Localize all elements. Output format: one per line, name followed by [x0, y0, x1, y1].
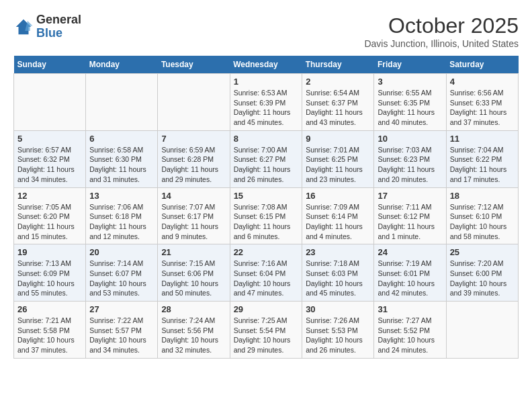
- day-number: 12: [17, 191, 82, 201]
- calendar-cell: 31Sunrise: 7:27 AM Sunset: 5:52 PM Dayli…: [374, 302, 446, 359]
- day-number: 15: [234, 191, 299, 201]
- day-number: 30: [306, 304, 370, 314]
- day-info: Sunrise: 7:14 AM Sunset: 6:07 PM Dayligh…: [89, 259, 154, 298]
- day-number: 1: [234, 77, 299, 87]
- calendar-cell: [86, 74, 158, 131]
- calendar-cell: 29Sunrise: 7:25 AM Sunset: 5:54 PM Dayli…: [230, 302, 302, 359]
- day-info: Sunrise: 7:09 AM Sunset: 6:14 PM Dayligh…: [306, 202, 370, 242]
- day-info: Sunrise: 7:13 AM Sunset: 6:09 PM Dayligh…: [17, 259, 82, 298]
- calendar-cell: 19Sunrise: 7:13 AM Sunset: 6:09 PM Dayli…: [14, 244, 86, 302]
- day-info: Sunrise: 6:55 AM Sunset: 6:35 PM Dayligh…: [378, 88, 442, 128]
- day-info: Sunrise: 7:00 AM Sunset: 6:27 PM Dayligh…: [234, 145, 299, 185]
- day-number: 4: [450, 77, 515, 87]
- day-number: 29: [234, 304, 299, 314]
- day-info: Sunrise: 6:56 AM Sunset: 6:33 PM Dayligh…: [450, 88, 515, 128]
- day-info: Sunrise: 7:25 AM Sunset: 5:54 PM Dayligh…: [234, 316, 299, 355]
- calendar-week-row: 19Sunrise: 7:13 AM Sunset: 6:09 PM Dayli…: [14, 244, 519, 302]
- calendar-cell: 2Sunrise: 6:54 AM Sunset: 6:37 PM Daylig…: [302, 74, 374, 131]
- day-info: Sunrise: 7:01 AM Sunset: 6:25 PM Dayligh…: [306, 145, 370, 185]
- day-info: Sunrise: 7:19 AM Sunset: 6:01 PM Dayligh…: [378, 259, 442, 298]
- day-number: 19: [17, 247, 82, 257]
- day-info: Sunrise: 7:20 AM Sunset: 6:00 PM Dayligh…: [450, 259, 515, 298]
- day-number: 23: [306, 247, 370, 257]
- weekday-header-row: SundayMondayTuesdayWednesdayThursdayFrid…: [14, 56, 519, 74]
- calendar-cell: [446, 302, 518, 359]
- day-info: Sunrise: 7:11 AM Sunset: 6:12 PM Dayligh…: [378, 202, 442, 242]
- day-number: 7: [161, 134, 226, 144]
- logo-icon: [13, 17, 34, 37]
- calendar-body: 1Sunrise: 6:53 AM Sunset: 6:39 PM Daylig…: [14, 74, 519, 359]
- calendar-cell: 16Sunrise: 7:09 AM Sunset: 6:14 PM Dayli…: [302, 187, 374, 244]
- day-number: 27: [89, 304, 154, 314]
- day-number: 17: [378, 191, 442, 201]
- day-info: Sunrise: 7:27 AM Sunset: 5:52 PM Dayligh…: [378, 316, 442, 355]
- weekday-header-cell: Thursday: [302, 56, 374, 74]
- calendar-cell: 13Sunrise: 7:06 AM Sunset: 6:18 PM Dayli…: [86, 187, 158, 244]
- day-info: Sunrise: 7:03 AM Sunset: 6:23 PM Dayligh…: [378, 145, 442, 185]
- day-info: Sunrise: 7:07 AM Sunset: 6:17 PM Dayligh…: [161, 202, 226, 242]
- calendar-cell: 4Sunrise: 6:56 AM Sunset: 6:33 PM Daylig…: [446, 74, 518, 131]
- calendar-cell: 17Sunrise: 7:11 AM Sunset: 6:12 PM Dayli…: [374, 187, 446, 244]
- calendar-cell: 26Sunrise: 7:21 AM Sunset: 5:58 PM Dayli…: [14, 302, 86, 359]
- day-info: Sunrise: 7:18 AM Sunset: 6:03 PM Dayligh…: [306, 259, 370, 298]
- day-number: 5: [17, 134, 82, 144]
- day-info: Sunrise: 7:05 AM Sunset: 6:20 PM Dayligh…: [17, 202, 82, 242]
- calendar-week-row: 5Sunrise: 6:57 AM Sunset: 6:32 PM Daylig…: [14, 130, 519, 187]
- day-number: 16: [306, 191, 370, 201]
- day-info: Sunrise: 7:08 AM Sunset: 6:15 PM Dayligh…: [234, 202, 299, 242]
- calendar-cell: 23Sunrise: 7:18 AM Sunset: 6:03 PM Dayli…: [302, 244, 374, 302]
- month-title: October 2025: [364, 13, 519, 38]
- calendar-week-row: 1Sunrise: 6:53 AM Sunset: 6:39 PM Daylig…: [14, 74, 519, 131]
- weekday-header-cell: Tuesday: [158, 56, 230, 74]
- weekday-header-cell: Saturday: [446, 56, 518, 74]
- day-info: Sunrise: 7:04 AM Sunset: 6:22 PM Dayligh…: [450, 145, 515, 185]
- calendar-cell: 11Sunrise: 7:04 AM Sunset: 6:22 PM Dayli…: [446, 130, 518, 187]
- day-number: 20: [89, 247, 154, 257]
- day-number: 9: [306, 134, 370, 144]
- calendar-cell: [14, 74, 86, 131]
- day-number: 8: [234, 134, 299, 144]
- weekday-header-cell: Monday: [86, 56, 158, 74]
- day-info: Sunrise: 7:12 AM Sunset: 6:10 PM Dayligh…: [450, 202, 515, 242]
- calendar-cell: 24Sunrise: 7:19 AM Sunset: 6:01 PM Dayli…: [374, 244, 446, 302]
- logo-general: General: [36, 13, 81, 26]
- day-number: 28: [161, 304, 226, 314]
- calendar-cell: 28Sunrise: 7:24 AM Sunset: 5:56 PM Dayli…: [158, 302, 230, 359]
- calendar-table: SundayMondayTuesdayWednesdayThursdayFrid…: [13, 56, 519, 359]
- day-info: Sunrise: 7:15 AM Sunset: 6:06 PM Dayligh…: [161, 259, 226, 298]
- logo: General Blue: [13, 13, 81, 40]
- calendar-cell: [158, 74, 230, 131]
- location: Davis Junction, Illinois, United States: [364, 38, 519, 49]
- calendar-cell: 14Sunrise: 7:07 AM Sunset: 6:17 PM Dayli…: [158, 187, 230, 244]
- day-number: 6: [89, 134, 154, 144]
- logo-text: General Blue: [36, 13, 81, 40]
- calendar-cell: 1Sunrise: 6:53 AM Sunset: 6:39 PM Daylig…: [230, 74, 302, 131]
- day-info: Sunrise: 6:57 AM Sunset: 6:32 PM Dayligh…: [17, 145, 82, 185]
- calendar-cell: 6Sunrise: 6:58 AM Sunset: 6:30 PM Daylig…: [86, 130, 158, 187]
- calendar-cell: 12Sunrise: 7:05 AM Sunset: 6:20 PM Dayli…: [14, 187, 86, 244]
- day-number: 21: [161, 247, 226, 257]
- calendar-cell: 5Sunrise: 6:57 AM Sunset: 6:32 PM Daylig…: [14, 130, 86, 187]
- day-info: Sunrise: 7:22 AM Sunset: 5:57 PM Dayligh…: [89, 316, 154, 355]
- day-number: 13: [89, 191, 154, 201]
- calendar-cell: 25Sunrise: 7:20 AM Sunset: 6:00 PM Dayli…: [446, 244, 518, 302]
- calendar-week-row: 12Sunrise: 7:05 AM Sunset: 6:20 PM Dayli…: [14, 187, 519, 244]
- day-info: Sunrise: 7:16 AM Sunset: 6:04 PM Dayligh…: [234, 259, 299, 298]
- page-header: General Blue October 2025 Davis Junction…: [13, 13, 519, 49]
- day-number: 10: [378, 134, 442, 144]
- calendar-cell: 3Sunrise: 6:55 AM Sunset: 6:35 PM Daylig…: [374, 74, 446, 131]
- calendar-cell: 30Sunrise: 7:26 AM Sunset: 5:53 PM Dayli…: [302, 302, 374, 359]
- calendar-cell: 21Sunrise: 7:15 AM Sunset: 6:06 PM Dayli…: [158, 244, 230, 302]
- day-number: 3: [378, 77, 442, 87]
- weekday-header-cell: Friday: [374, 56, 446, 74]
- calendar-cell: 7Sunrise: 6:59 AM Sunset: 6:28 PM Daylig…: [158, 130, 230, 187]
- weekday-header-cell: Sunday: [14, 56, 86, 74]
- calendar-cell: 27Sunrise: 7:22 AM Sunset: 5:57 PM Dayli…: [86, 302, 158, 359]
- calendar-cell: 18Sunrise: 7:12 AM Sunset: 6:10 PM Dayli…: [446, 187, 518, 244]
- calendar-cell: 9Sunrise: 7:01 AM Sunset: 6:25 PM Daylig…: [302, 130, 374, 187]
- day-info: Sunrise: 6:59 AM Sunset: 6:28 PM Dayligh…: [161, 145, 226, 185]
- day-number: 22: [234, 247, 299, 257]
- day-info: Sunrise: 7:21 AM Sunset: 5:58 PM Dayligh…: [17, 316, 82, 355]
- calendar-cell: 22Sunrise: 7:16 AM Sunset: 6:04 PM Dayli…: [230, 244, 302, 302]
- day-info: Sunrise: 7:26 AM Sunset: 5:53 PM Dayligh…: [306, 316, 370, 355]
